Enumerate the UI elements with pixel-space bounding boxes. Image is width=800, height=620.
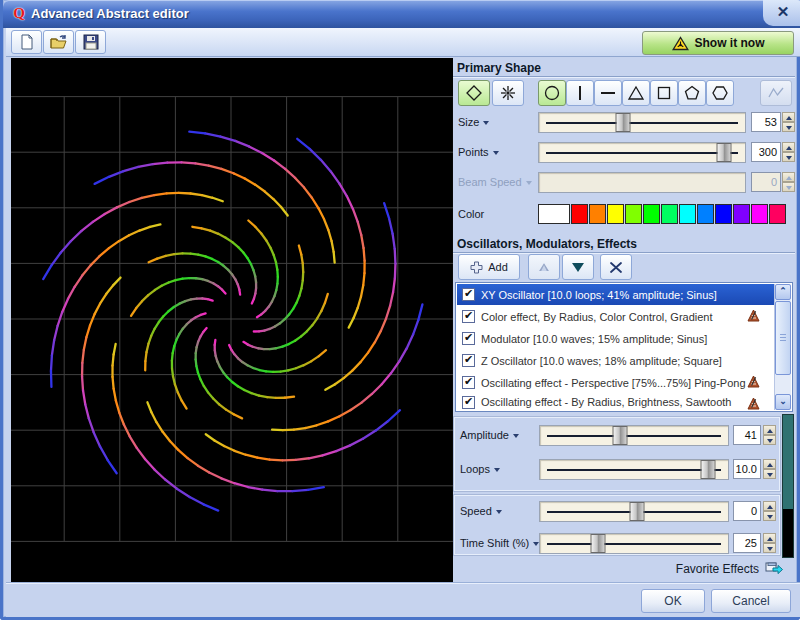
shape-freehand-wave-button[interactable] [760,80,792,106]
color-swatch-6[interactable] [661,204,678,224]
speed-slider-thumb[interactable] [630,502,645,521]
speed-spin-down[interactable] [763,511,776,521]
color-swatch-11[interactable] [751,204,768,224]
effect-row-3[interactable]: Z Oscillator [10.0 waves; 18% amplitude;… [457,350,774,371]
size-slider-thumb[interactable] [616,113,631,132]
effect-row-0[interactable]: XY Oscillator [10.0 loops; 41% amplitude… [457,284,774,305]
loops-slider-thumb[interactable] [700,460,715,479]
star-burst-mode-button[interactable] [492,80,524,106]
size-slider[interactable] [538,112,746,133]
amplitude-spin-down[interactable] [763,435,776,445]
points-slider[interactable] [538,142,746,163]
color-swatch-9[interactable] [715,204,732,224]
size-value[interactable]: 53 [751,112,781,132]
new-button[interactable] [11,30,42,54]
save-button[interactable] [75,30,106,54]
add-effect-button[interactable]: Add [458,254,520,280]
ok-button[interactable]: OK [641,589,705,613]
time-shift-spin-up[interactable] [763,533,776,543]
beam-speed-dropdown-icon[interactable] [526,181,532,185]
points-value[interactable]: 300 [751,142,781,162]
color-swatch-7[interactable] [679,204,696,224]
abstract-diamond-mode-button[interactable] [458,80,490,106]
shape-square-button[interactable] [650,80,678,106]
color-swatch-12[interactable] [769,204,786,224]
effect-row-4[interactable]: Oscillating effect - Perspective [75%...… [457,372,774,393]
favorite-effects-icon[interactable] [765,562,783,577]
horizontal-line-icon [599,84,617,102]
speed-params-group: Speed0Time Shift (%)25 [453,494,781,556]
move-effect-up-button[interactable] [528,254,560,280]
effects-list[interactable]: XY Oscillator [10.0 loops; 41% amplitude… [455,282,793,412]
effect-row-2[interactable]: Modulator [10.0 waves; 15% amplitude; Si… [457,328,774,349]
open-button[interactable] [43,30,74,54]
effects-scrollbar[interactable]: ⌃ ⌄ [774,284,791,410]
effect-row-1[interactable]: Color effect, By Radius, Color Control, … [457,306,774,327]
size-spin-down[interactable] [782,122,795,132]
time-shift-spin-down[interactable] [763,543,776,553]
effect-label-1: Color effect, By Radius, Color Control, … [481,311,713,323]
size-dropdown-icon[interactable] [483,121,489,125]
beam-speed-spin-up[interactable] [782,172,795,182]
move-effect-down-button[interactable] [562,254,594,280]
speed-spin-up[interactable] [763,501,776,511]
points-slider-thumb[interactable] [716,143,731,162]
loops-spin-down[interactable] [763,469,776,479]
loops-spin-up[interactable] [763,459,776,469]
points-dropdown-icon[interactable] [493,151,499,155]
color-swatch-0[interactable] [538,204,570,224]
scroll-up-button[interactable]: ⌃ [775,284,791,300]
size-spin-up[interactable] [782,112,795,122]
effect-checkbox-5[interactable] [462,396,475,409]
loops-value[interactable]: 10.0 [733,459,761,479]
show-it-now-button[interactable]: Show it now [642,31,794,55]
color-swatch-10[interactable] [733,204,750,224]
close-button[interactable]: ✕ [763,0,800,26]
amplitude-spin-up[interactable] [763,425,776,435]
shape-pentagon-button[interactable] [678,80,706,106]
scrollbar-thumb[interactable] [775,301,791,375]
color-swatch-1[interactable] [571,204,588,224]
effect-row-5[interactable]: Oscillating effect - By Radius, Brightne… [457,394,774,410]
points-spin-up[interactable] [782,142,795,152]
time-shift-slider-thumb[interactable] [590,534,605,553]
points-spin-down[interactable] [782,152,795,162]
cancel-button[interactable]: Cancel [711,589,791,613]
color-swatch-2[interactable] [589,204,606,224]
shape-horizontal-line-button[interactable] [594,80,622,106]
effect-checkbox-0[interactable] [462,288,475,301]
color-swatch-5[interactable] [643,204,660,224]
favorite-effects-link[interactable]: Favorite Effects [676,562,759,576]
amplitude-slider[interactable] [539,425,729,446]
effect-checkbox-1[interactable] [462,310,475,323]
shape-triangle-button[interactable] [622,80,650,106]
star-icon [499,84,517,102]
delete-effect-button[interactable] [600,254,632,280]
color-swatch-4[interactable] [625,204,642,224]
close-icon: ✕ [777,3,790,20]
loops-dropdown-icon[interactable] [494,468,500,472]
shape-circle-button[interactable] [538,80,566,106]
beam-speed-value[interactable]: 0 [751,172,781,192]
effect-checkbox-2[interactable] [462,332,475,345]
shape-hexagon-button[interactable] [706,80,734,106]
effect-checkbox-3[interactable] [462,354,475,367]
speed-slider[interactable] [539,501,729,522]
time-shift-value[interactable]: 25 [733,533,761,553]
effect-checkbox-4[interactable] [462,376,475,389]
time-shift-slider[interactable] [539,533,729,554]
color-swatch-8[interactable] [697,204,714,224]
speed-dropdown-icon[interactable] [496,510,502,514]
shape-vertical-line-button[interactable] [566,80,594,106]
speed-value[interactable]: 0 [733,501,761,521]
amplitude-dropdown-icon[interactable] [513,434,519,438]
color-label: Color [458,208,484,220]
beam-speed-slider [538,172,746,193]
scroll-down-button[interactable]: ⌄ [775,394,791,410]
amplitude-value[interactable]: 41 [733,425,761,445]
loops-slider[interactable] [539,459,729,480]
beam-speed-spin-down[interactable] [782,182,795,192]
up-arrow-icon [539,263,549,271]
amplitude-slider-thumb[interactable] [613,426,628,445]
color-swatch-3[interactable] [607,204,624,224]
